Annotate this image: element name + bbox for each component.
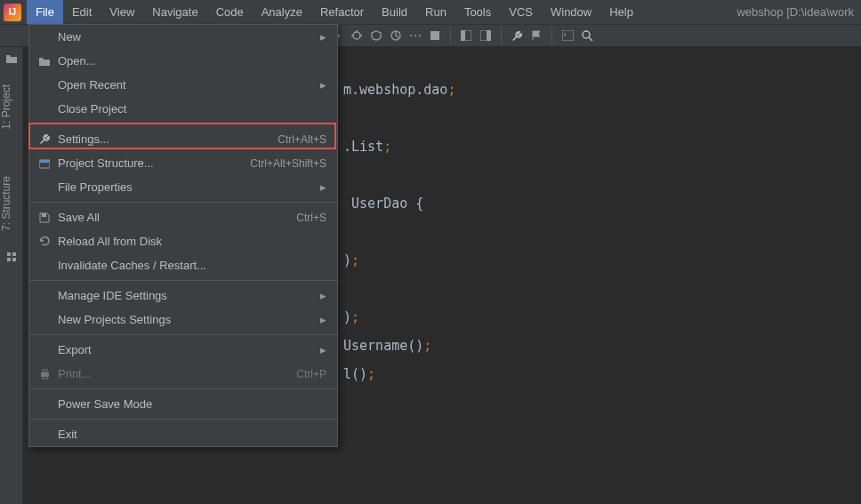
wrench-icon	[35, 133, 54, 145]
file-properties[interactable]: File Properties ▸	[29, 175, 337, 199]
menu-code[interactable]: Code	[207, 0, 253, 24]
structure-icon	[35, 158, 54, 169]
toolbar-sep	[450, 28, 451, 44]
menu-separator	[29, 419, 337, 420]
menu-analyze[interactable]: Analyze	[253, 0, 311, 24]
submenu-arrow-icon: ▸	[318, 180, 326, 194]
menubar: IJ File Edit View Navigate Code Analyze …	[0, 0, 861, 24]
file-reload[interactable]: Reload All from Disk	[29, 229, 337, 253]
layout-icon-2[interactable]	[476, 26, 495, 45]
app-icon: IJ	[4, 4, 21, 21]
menu-separator	[29, 280, 337, 281]
menu-file[interactable]: File	[27, 0, 63, 24]
svg-rect-16	[12, 252, 16, 256]
menu-tools[interactable]: Tools	[455, 0, 500, 24]
reload-icon	[35, 236, 54, 247]
file-close-project[interactable]: Close Project	[29, 97, 337, 121]
project-path: webshop [D:\idea\work	[736, 5, 861, 19]
menu-vcs[interactable]: VCS	[500, 0, 542, 24]
submenu-arrow-icon: ▸	[318, 30, 326, 44]
file-menu-dropdown: New ▸ Open... Open Recent ▸ Close Projec…	[28, 24, 338, 447]
svg-rect-17	[7, 258, 11, 261]
file-print[interactable]: Print... Ctrl+P	[29, 362, 337, 386]
menu-refactor[interactable]: Refactor	[311, 0, 373, 24]
toolbar-sep	[501, 28, 502, 44]
svg-point-0	[353, 32, 360, 39]
svg-line-14	[589, 37, 592, 41]
svg-rect-15	[7, 252, 11, 256]
open-folder-icon	[35, 56, 54, 67]
submenu-arrow-icon: ▸	[318, 343, 326, 356]
file-invalidate-caches[interactable]: Invalidate Caches / Restart...	[29, 253, 337, 277]
menu-run[interactable]: Run	[416, 0, 455, 24]
menu-window[interactable]: Window	[542, 0, 600, 24]
search-icon[interactable]	[577, 26, 597, 45]
menu-separator	[29, 334, 337, 335]
structure-icon[interactable]	[0, 245, 23, 268]
structure-tab[interactable]: 7: Structure	[0, 169, 12, 238]
file-save-all[interactable]: Save All Ctrl+S	[29, 205, 337, 229]
submenu-arrow-icon: ▸	[318, 78, 326, 92]
profile-icon[interactable]	[386, 26, 406, 45]
coverage-icon[interactable]	[366, 26, 386, 45]
file-new[interactable]: New ▸	[29, 25, 337, 49]
file-manage-ide-settings[interactable]: Manage IDE Settings ▸	[29, 284, 337, 308]
wrench-icon[interactable]	[507, 26, 527, 45]
svg-rect-21	[42, 213, 46, 217]
menu-edit[interactable]: Edit	[63, 0, 101, 24]
svg-rect-20	[39, 160, 50, 163]
debug-icon[interactable]	[347, 26, 366, 45]
left-gutter: 1: Project 7: Structure	[0, 47, 23, 504]
menu-separator	[29, 388, 337, 389]
toolbar-sep	[551, 28, 552, 44]
file-new-projects-settings[interactable]: New Projects Settings ▸	[29, 308, 337, 332]
print-icon	[35, 369, 54, 380]
menu-separator	[29, 202, 337, 203]
submenu-arrow-icon: ▸	[318, 289, 326, 302]
svg-point-13	[583, 31, 590, 38]
terminal-icon[interactable]	[558, 26, 577, 45]
menu-separator	[29, 124, 337, 124]
submenu-arrow-icon: ▸	[318, 313, 326, 326]
project-tab[interactable]: 1: Project	[0, 77, 12, 137]
menu-build[interactable]: Build	[373, 0, 416, 24]
stop-icon[interactable]	[425, 26, 445, 45]
menu-navigate[interactable]: Navigate	[143, 0, 206, 24]
project-folder-icon[interactable]	[0, 47, 23, 70]
svg-rect-12	[562, 30, 574, 41]
file-settings[interactable]: Settings... Ctrl+Alt+S	[29, 127, 337, 151]
file-power-save[interactable]: Power Save Mode	[29, 392, 337, 416]
file-exit[interactable]: Exit	[29, 422, 337, 446]
file-open[interactable]: Open...	[29, 49, 337, 73]
svg-rect-18	[12, 258, 16, 261]
menu-help[interactable]: Help	[600, 0, 642, 24]
file-project-structure[interactable]: Project Structure... Ctrl+Alt+Shift+S	[29, 151, 337, 175]
svg-rect-11	[487, 30, 491, 41]
svg-rect-9	[461, 30, 465, 41]
save-icon	[35, 212, 54, 223]
menu-view[interactable]: View	[101, 0, 143, 24]
svg-rect-23	[43, 370, 47, 372]
svg-rect-24	[43, 376, 47, 379]
flag-icon[interactable]	[527, 26, 546, 45]
svg-line-6	[396, 36, 398, 37]
svg-rect-7	[430, 31, 439, 40]
file-export[interactable]: Export ▸	[29, 338, 337, 362]
layout-icon-1[interactable]	[456, 26, 476, 45]
file-open-recent[interactable]: Open Recent ▸	[29, 73, 337, 97]
attach-icon[interactable]: ⋯	[406, 26, 425, 45]
